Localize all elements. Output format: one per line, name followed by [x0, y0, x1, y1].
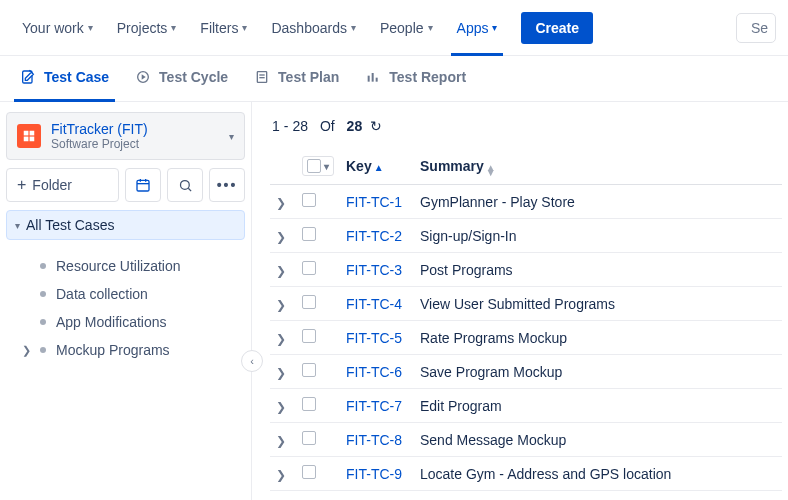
- folder-label: Folder: [32, 177, 72, 193]
- chevron-down-icon: ▾: [324, 161, 329, 172]
- nav-people[interactable]: People▾: [370, 14, 443, 42]
- tab-label: Test Case: [44, 69, 109, 85]
- sidebar: FitTracker (FIT) Software Project ▾ + Fo…: [0, 102, 252, 500]
- tree-item-app-modifications[interactable]: App Modifications: [14, 308, 245, 336]
- expand-row-icon[interactable]: ❯: [276, 332, 286, 346]
- project-type: Software Project: [51, 137, 219, 151]
- row-checkbox[interactable]: [302, 363, 316, 377]
- nav-label: Filters: [200, 20, 238, 36]
- search-input[interactable]: Se: [736, 13, 776, 43]
- expand-row-icon[interactable]: ❯: [276, 366, 286, 380]
- test-case-key-link[interactable]: FIT-TC-1: [346, 194, 402, 210]
- row-checkbox[interactable]: [302, 465, 316, 479]
- test-case-summary: Rate Programs Mockup: [420, 330, 567, 346]
- sidebar-toolbar: + Folder •••: [6, 168, 245, 202]
- table-row: ❯FIT-TC-8Send Message Mockup: [270, 423, 782, 457]
- tab-test-case[interactable]: Test Case: [14, 56, 115, 102]
- table-row: ❯FIT-TC-5Rate Programs Mockup: [270, 321, 782, 355]
- row-checkbox[interactable]: [302, 227, 316, 241]
- tree-item-resource-utilization[interactable]: Resource Utilization: [14, 252, 245, 280]
- create-button[interactable]: Create: [521, 12, 593, 44]
- svg-rect-9: [372, 73, 374, 82]
- bullet-icon: [40, 347, 46, 353]
- chevron-down-icon: ▾: [428, 22, 433, 33]
- tree-item-data-collection[interactable]: Data collection: [14, 280, 245, 308]
- plus-icon: +: [17, 176, 26, 194]
- table-row: ❯FIT-TC-2Sign-up/Sign-In: [270, 219, 782, 253]
- table-row: ❯FIT-TC-1GymPlanner - Play Store: [270, 185, 782, 219]
- row-checkbox[interactable]: [302, 295, 316, 309]
- refresh-icon[interactable]: ↻: [370, 118, 382, 134]
- test-case-key-link[interactable]: FIT-TC-8: [346, 432, 402, 448]
- tab-label: Test Cycle: [159, 69, 228, 85]
- row-checkbox[interactable]: [302, 431, 316, 445]
- search-icon: [178, 178, 193, 193]
- bullet-icon: [40, 263, 46, 269]
- test-case-summary: Save Program Mockup: [420, 364, 562, 380]
- tree-root-label: All Test Cases: [26, 217, 114, 233]
- expand-row-icon[interactable]: ❯: [276, 298, 286, 312]
- svg-marker-4: [142, 74, 146, 79]
- test-case-key-link[interactable]: FIT-TC-9: [346, 466, 402, 482]
- tree-list: Resource Utilization Data collection App…: [6, 248, 245, 364]
- chevron-down-icon: ▾: [242, 22, 247, 33]
- svg-rect-11: [24, 131, 29, 136]
- calendar-button[interactable]: [125, 168, 161, 202]
- tab-test-report[interactable]: Test Report: [359, 56, 472, 102]
- top-navigation: Your work▾ Projects▾ Filters▾ Dashboards…: [0, 0, 788, 56]
- expand-row-icon[interactable]: ❯: [276, 264, 286, 278]
- pager-of-label: Of: [320, 118, 335, 134]
- project-selector[interactable]: FitTracker (FIT) Software Project ▾: [6, 112, 245, 160]
- nav-projects[interactable]: Projects▾: [107, 14, 187, 42]
- tab-label: Test Report: [389, 69, 466, 85]
- expand-row-icon[interactable]: ❯: [276, 468, 286, 482]
- test-case-key-link[interactable]: FIT-TC-6: [346, 364, 402, 380]
- row-checkbox[interactable]: [302, 193, 316, 207]
- nav-dashboards[interactable]: Dashboards▾: [261, 14, 366, 42]
- sidebar-collapse-handle[interactable]: ‹: [241, 350, 263, 372]
- test-case-key-link[interactable]: FIT-TC-7: [346, 398, 402, 414]
- search-button[interactable]: [167, 168, 203, 202]
- row-checkbox[interactable]: [302, 329, 316, 343]
- chevron-down-icon: ▾: [171, 22, 176, 33]
- nav-filters[interactable]: Filters▾: [190, 14, 257, 42]
- test-case-summary: Edit Program: [420, 398, 502, 414]
- tree-item-mockup-programs[interactable]: ❯Mockup Programs: [14, 336, 245, 364]
- module-tabs: Test Case Test Cycle Test Plan Test Repo…: [0, 56, 788, 102]
- tab-test-plan[interactable]: Test Plan: [248, 56, 345, 102]
- expand-row-icon[interactable]: ❯: [276, 400, 286, 414]
- test-case-key-link[interactable]: FIT-TC-5: [346, 330, 402, 346]
- project-info: FitTracker (FIT) Software Project: [51, 121, 219, 151]
- test-case-key-link[interactable]: FIT-TC-3: [346, 262, 402, 278]
- pager-from: 1: [272, 118, 280, 134]
- expand-row-icon[interactable]: ❯: [276, 434, 286, 448]
- column-header-key[interactable]: Key▲: [340, 148, 414, 185]
- table-row: ❯FIT-TC-6Save Program Mockup: [270, 355, 782, 389]
- row-checkbox[interactable]: [302, 397, 316, 411]
- tab-test-cycle[interactable]: Test Cycle: [129, 56, 234, 102]
- bullet-icon: [40, 319, 46, 325]
- nav-label: Projects: [117, 20, 168, 36]
- more-button[interactable]: •••: [209, 168, 245, 202]
- row-checkbox[interactable]: [302, 261, 316, 275]
- table-row: ❯FIT-TC-7Edit Program: [270, 389, 782, 423]
- test-case-table: ▾ Key▲ Summary▲▼ ❯FIT-TC-1GymPlanner - P…: [270, 148, 782, 500]
- sort-asc-icon: ▲: [374, 162, 384, 173]
- select-all-header[interactable]: ▾: [296, 148, 340, 185]
- chevron-down-icon: ▾: [15, 220, 20, 231]
- chevron-down-icon: ▾: [492, 22, 497, 33]
- tree-item-label: App Modifications: [56, 314, 167, 330]
- nav-apps[interactable]: Apps▾: [447, 14, 508, 42]
- test-case-key-link[interactable]: FIT-TC-4: [346, 296, 402, 312]
- expand-row-icon[interactable]: ❯: [276, 230, 286, 244]
- svg-rect-14: [30, 137, 35, 142]
- add-folder-button[interactable]: + Folder: [6, 168, 119, 202]
- nav-your-work[interactable]: Your work▾: [12, 14, 103, 42]
- table-row: ❯FIT-TC-9Locate Gym - Address and GPS lo…: [270, 457, 782, 491]
- chevron-down-icon: ▾: [351, 22, 356, 33]
- test-case-key-link[interactable]: FIT-TC-2: [346, 228, 402, 244]
- expand-row-icon[interactable]: ❯: [276, 196, 286, 210]
- column-header-summary[interactable]: Summary▲▼: [414, 148, 782, 185]
- col-label: Summary: [420, 158, 484, 174]
- tree-root-all-test-cases[interactable]: ▾ All Test Cases: [6, 210, 245, 240]
